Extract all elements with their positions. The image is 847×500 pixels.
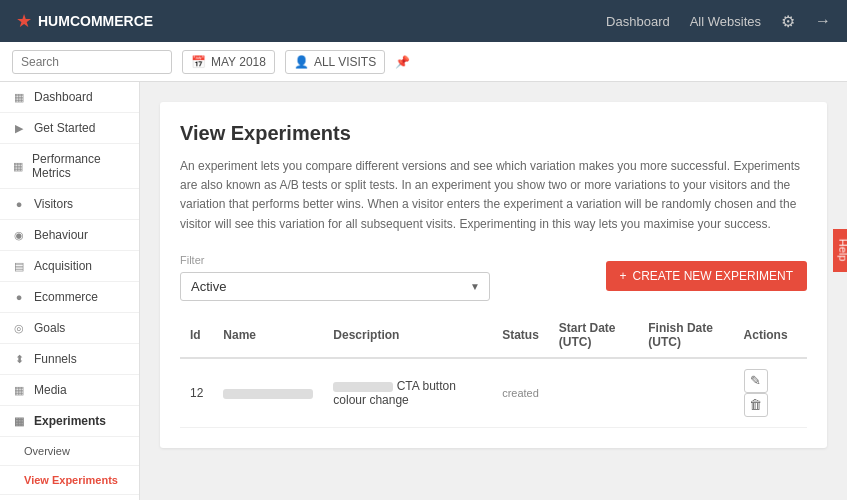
filter-label: Filter [180,252,490,268]
col-name: Name [213,313,323,358]
sidebar-label-media: Media [34,383,67,397]
sidebar-item-forms[interactable]: ▦ Forms [0,495,139,500]
sidebar: ▦ Dashboard ▶ Get Started ▦ Performance … [0,82,140,500]
goals-icon: ◎ [12,322,26,335]
ecommerce-icon: ● [12,291,26,303]
sidebar-label-acquisition: Acquisition [34,259,92,273]
filter-select-wrap: Active Finished Draft All ▼ [180,272,490,301]
sidebar-item-acquisition[interactable]: ▤ Acquisition [0,251,139,282]
dashboard-icon: ▦ [12,91,26,104]
col-id: Id [180,313,213,358]
status-filter-select[interactable]: Active Finished Draft All [180,272,490,301]
plus-icon: + [620,269,627,283]
date-label: MAY 2018 [211,55,266,69]
get-started-icon: ▶ [12,122,26,135]
nav-link-dashboard[interactable]: Dashboard [606,14,670,29]
sidebar-item-goals[interactable]: ◎ Goals [0,313,139,344]
row-status: created [492,358,549,428]
sidebar-item-funnels[interactable]: ⬍ Funnels [0,344,139,375]
col-status: Status [492,313,549,358]
row-description: CTA button colour change [323,358,492,428]
sidebar-item-performance[interactable]: ▦ Performance Metrics [0,144,139,189]
row-start-date [549,358,638,428]
help-tab[interactable]: Help [834,229,847,272]
date-filter[interactable]: 📅 MAY 2018 [182,50,275,74]
create-button-label: CREATE NEW EXPERIMENT [633,269,793,283]
top-nav-left: ★ HUMCOMMERCE [16,10,153,32]
sidebar-label-experiments: Experiments [34,414,106,428]
sidebar-label-ecommerce: Ecommerce [34,290,98,304]
sidebar-label-performance: Performance Metrics [32,152,127,180]
content-card: View Experiments An experiment lets you … [160,102,827,448]
sidebar-item-get-started[interactable]: ▶ Get Started [0,113,139,144]
create-experiment-button[interactable]: + CREATE NEW EXPERIMENT [606,261,807,291]
sidebar-item-behaviour[interactable]: ◉ Behaviour [0,220,139,251]
media-icon: ▦ [12,384,26,397]
pin-icon[interactable]: 📌 [395,55,410,69]
top-nav: ★ HUMCOMMERCE Dashboard All Websites ⚙ → [0,0,847,42]
col-actions: Actions [734,313,807,358]
col-start-date: Start Date (UTC) [549,313,638,358]
row-desc-blurred [333,382,393,392]
top-nav-right: Dashboard All Websites ⚙ → [606,12,831,31]
sidebar-label-visitors: Visitors [34,197,73,211]
sidebar-label-experiments-overview: Overview [24,445,70,457]
filter-bar: 📅 MAY 2018 👤 ALL VISITS 📌 [0,42,847,82]
edit-icon[interactable]: ✎ [744,369,768,393]
sidebar-item-visitors[interactable]: ● Visitors [0,189,139,220]
layout: ▦ Dashboard ▶ Get Started ▦ Performance … [0,82,847,500]
sidebar-item-experiments-view[interactable]: View Experiments [0,466,139,495]
sidebar-label-experiments-view: View Experiments [24,474,118,486]
performance-icon: ▦ [12,160,24,173]
filter-row: Filter Active Finished Draft All ▼ + CRE… [180,252,807,301]
funnels-icon: ⬍ [12,353,26,366]
sidebar-item-media[interactable]: ▦ Media [0,375,139,406]
settings-icon[interactable]: ⚙ [781,12,795,31]
delete-icon[interactable]: 🗑 [744,393,768,417]
row-actions: ✎ 🗑 [734,358,807,428]
calendar-icon: 📅 [191,55,206,69]
visits-icon: 👤 [294,55,309,69]
sidebar-item-experiments-overview[interactable]: Overview [0,437,139,466]
main-content: View Experiments An experiment lets you … [140,82,847,500]
sidebar-label-get-started: Get Started [34,121,95,135]
sidebar-item-experiments[interactable]: ▦ Experiments [0,406,139,437]
visits-filter[interactable]: 👤 ALL VISITS [285,50,385,74]
sidebar-label-funnels: Funnels [34,352,77,366]
page-description: An experiment lets you compare different… [180,157,807,234]
behaviour-icon: ◉ [12,229,26,242]
table-row: 12 CTA button colour change created [180,358,807,428]
status-badge: created [502,387,539,399]
nav-link-all-websites[interactable]: All Websites [690,14,761,29]
sidebar-label-behaviour: Behaviour [34,228,88,242]
visits-label: ALL VISITS [314,55,376,69]
brand-name: HUMCOMMERCE [38,13,153,29]
col-description: Description [323,313,492,358]
sidebar-label-dashboard: Dashboard [34,90,93,104]
experiments-table: Id Name Description Status Start Date (U… [180,313,807,428]
sidebar-item-dashboard[interactable]: ▦ Dashboard [0,82,139,113]
sidebar-item-ecommerce[interactable]: ● Ecommerce [0,282,139,313]
row-name-blurred [223,389,313,399]
brand-icon: ★ [16,10,32,32]
search-input[interactable] [12,50,172,74]
filter-column: Filter Active Finished Draft All ▼ [180,252,490,301]
acquisition-icon: ▤ [12,260,26,273]
row-finish-date [638,358,733,428]
page-title: View Experiments [180,122,807,145]
sidebar-label-goals: Goals [34,321,65,335]
visitors-icon: ● [12,198,26,210]
col-finish-date: Finish Date (UTC) [638,313,733,358]
row-name [213,358,323,428]
logout-icon[interactable]: → [815,12,831,30]
row-id: 12 [180,358,213,428]
experiments-icon: ▦ [12,415,26,428]
